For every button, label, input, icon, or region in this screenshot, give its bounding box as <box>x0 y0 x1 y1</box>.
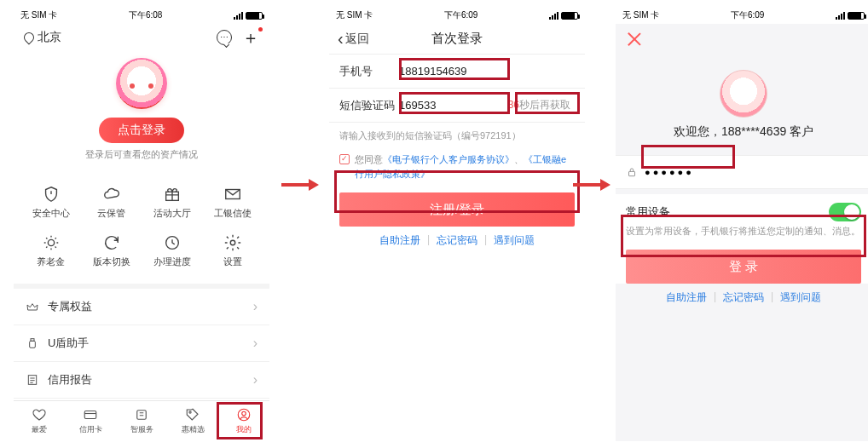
grid-item-progress[interactable]: 办理进度 <box>142 233 202 268</box>
password-input[interactable]: ●●●●●● <box>645 167 694 177</box>
row-sms-code: 短信验证码 169533 36秒后再获取 <box>329 89 585 123</box>
cloud-icon <box>102 185 121 204</box>
svg-rect-11 <box>84 411 96 419</box>
grid-item-activity[interactable]: 活动大厅 <box>142 185 202 220</box>
carrier-text: 无 SIM 卡 <box>622 9 659 21</box>
row-phone: 手机号 18819154639 <box>329 55 585 89</box>
tab-favorite[interactable]: 最爱 <box>14 401 65 441</box>
tab-label: 最爱 <box>32 424 47 435</box>
menu-label: 专属权益 <box>48 299 92 314</box>
menu-row-privileges[interactable]: 专属权益 <box>14 289 269 325</box>
svg-rect-12 <box>137 411 147 420</box>
tab-deals[interactable]: 惠精选 <box>167 401 218 441</box>
code-label: 短信验证码 <box>339 98 399 113</box>
menu-row-ukey[interactable]: U盾助手 <box>14 325 269 362</box>
avatar <box>720 70 767 118</box>
login-button[interactable]: 点击登录 <box>99 118 184 143</box>
close-button[interactable] <box>616 24 868 55</box>
link-trouble[interactable]: 遇到问题 <box>780 290 821 305</box>
screen-profile: 无 SIM 卡 下午6:08 北京 ＋ 点击登录 登录后可查看您的资产情况 安全… <box>14 7 269 441</box>
screen-first-login: 无 SIM 卡 下午6:09 返回 首次登录 手机号 18819154639 短… <box>329 7 585 441</box>
nav-bar: 返回 首次登录 <box>329 24 585 55</box>
feature-grid: 安全中心 云保管 活动大厅 工银信使 养老金 版本切换 办理进度 设置 <box>14 185 269 268</box>
link-trouble[interactable]: 遇到问题 <box>494 233 535 248</box>
menu-label: U盾助手 <box>48 336 89 351</box>
help-links: 自助注册| 忘记密码| 遇到问题 <box>329 233 585 248</box>
tag-icon <box>185 407 200 422</box>
submit-button[interactable]: 注册/登录 <box>339 192 575 227</box>
carrier-text: 无 SIM 卡 <box>336 9 373 21</box>
grid-item-security[interactable]: 安全中心 <box>20 185 81 220</box>
svg-rect-6 <box>31 339 34 342</box>
clock-icon <box>163 233 182 252</box>
shield-icon <box>42 185 61 204</box>
toggle-hint: 设置为常用设备，手机银行将推送您定制的通知、消息。 <box>616 225 868 244</box>
code-input[interactable]: 169533 <box>399 99 436 112</box>
profile-header: 点击登录 登录后可查看您的资产情况 <box>14 58 269 161</box>
tab-smart-service[interactable]: 智服务 <box>116 401 167 441</box>
back-button[interactable]: 返回 <box>338 29 369 49</box>
signal-icon <box>836 12 845 20</box>
carrier-text: 无 SIM 卡 <box>20 9 57 21</box>
phone-input[interactable]: 18819154639 <box>399 65 467 78</box>
status-bar: 无 SIM 卡 下午6:08 <box>14 7 269 24</box>
notification-dot <box>258 27 263 32</box>
svg-rect-16 <box>629 171 635 175</box>
phone-label: 手机号 <box>339 64 399 79</box>
login-button[interactable]: 登 录 <box>626 250 861 284</box>
battery-icon <box>561 12 578 20</box>
gear-icon <box>223 233 242 252</box>
link-forgot-password[interactable]: 忘记密码 <box>723 290 764 305</box>
trusted-device-switch[interactable] <box>829 203 861 221</box>
toggle-label: 常用设备 <box>626 204 670 220</box>
agreement-link-1[interactable]: 《电子银行个人客户服务协议》 <box>383 154 514 164</box>
grid-item-cloud[interactable]: 云保管 <box>81 185 142 220</box>
add-icon[interactable]: ＋ <box>242 29 259 46</box>
status-time: 下午6:08 <box>129 9 162 21</box>
link-self-register[interactable]: 自助注册 <box>666 290 707 305</box>
report-icon <box>26 373 39 387</box>
tab-credit-card[interactable]: 信用卡 <box>65 401 116 441</box>
grid-label: 设置 <box>223 256 242 268</box>
grid-label: 版本切换 <box>93 256 130 268</box>
mail-icon <box>223 185 242 204</box>
status-time: 下午6:09 <box>444 9 477 21</box>
link-forgot-password[interactable]: 忘记密码 <box>437 233 477 248</box>
refresh-icon <box>102 233 121 252</box>
crown-icon <box>26 300 39 313</box>
grid-label: 养老金 <box>37 256 65 268</box>
gift-icon <box>163 185 182 204</box>
messages-icon[interactable] <box>217 30 232 45</box>
grid-item-version[interactable]: 版本切换 <box>81 233 142 268</box>
card-icon <box>83 407 98 422</box>
signal-icon <box>549 12 558 20</box>
help-links: 自助注册| 忘记密码| 遇到问题 <box>616 290 868 305</box>
link-self-register[interactable]: 自助注册 <box>379 233 420 248</box>
welcome-text: 欢迎您，188****4639 客户 <box>616 124 868 140</box>
battery-icon <box>848 12 865 20</box>
resend-button[interactable]: 36秒后再获取 <box>504 95 575 115</box>
page-title: 首次登录 <box>431 31 483 47</box>
menu-row-credit-report[interactable]: 信用报告 <box>14 362 269 399</box>
lock-icon <box>626 166 638 178</box>
location-text: 北京 <box>38 30 61 45</box>
svg-point-4 <box>230 240 235 245</box>
password-row: ●●●●●● <box>616 155 868 189</box>
menu-label: 信用报告 <box>48 372 92 388</box>
tab-label: 惠精选 <box>182 424 205 435</box>
close-icon <box>626 31 643 48</box>
grid-label: 办理进度 <box>153 256 191 268</box>
service-icon <box>134 407 149 422</box>
location-selector[interactable]: 北京 <box>24 30 61 45</box>
usb-icon <box>26 336 39 350</box>
agreement-checkbox[interactable] <box>339 154 350 164</box>
grid-item-pension[interactable]: 养老金 <box>20 233 81 268</box>
grid-item-settings[interactable]: 设置 <box>202 233 263 268</box>
location-icon <box>22 31 37 45</box>
grid-item-courier[interactable]: 工银信使 <box>202 185 263 220</box>
svg-rect-5 <box>30 341 36 347</box>
signal-icon <box>234 12 243 20</box>
status-bar: 无 SIM 卡 下午6:09 <box>329 7 585 24</box>
grid-label: 安全中心 <box>32 207 70 220</box>
heart-icon <box>32 407 47 422</box>
